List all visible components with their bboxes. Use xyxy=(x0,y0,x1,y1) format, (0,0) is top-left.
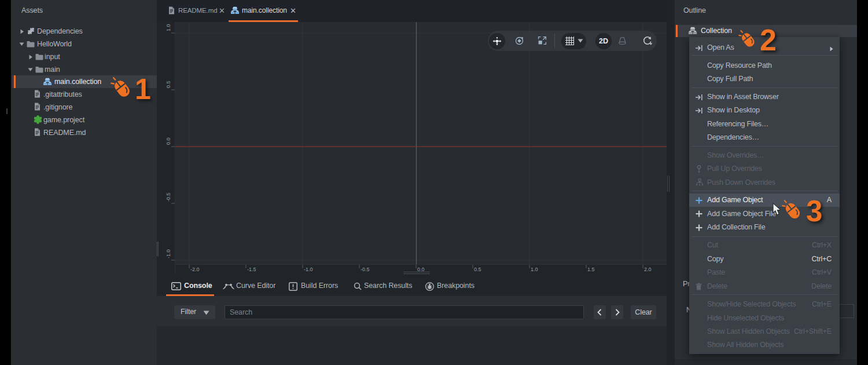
svg-text:0.0: 0.0 xyxy=(417,267,425,272)
svg-text:2.0: 2.0 xyxy=(644,267,652,272)
svg-text:-1.0: -1.0 xyxy=(304,267,313,272)
svg-text:1.0: 1.0 xyxy=(531,267,538,272)
svg-text:-1.5: -1.5 xyxy=(247,267,256,272)
svg-text:1.0: 1.0 xyxy=(165,24,171,31)
svg-text:-0.5: -0.5 xyxy=(361,267,370,272)
svg-text:-0.5: -0.5 xyxy=(165,192,171,202)
svg-text:0.5: 0.5 xyxy=(474,267,481,272)
svg-text:-2.0: -2.0 xyxy=(190,267,200,272)
svg-text:0.0: 0.0 xyxy=(165,137,171,145)
svg-text:1.5: 1.5 xyxy=(587,267,595,272)
svg-text:0.5: 0.5 xyxy=(165,81,171,88)
svg-text:-1.0: -1.0 xyxy=(165,249,171,258)
